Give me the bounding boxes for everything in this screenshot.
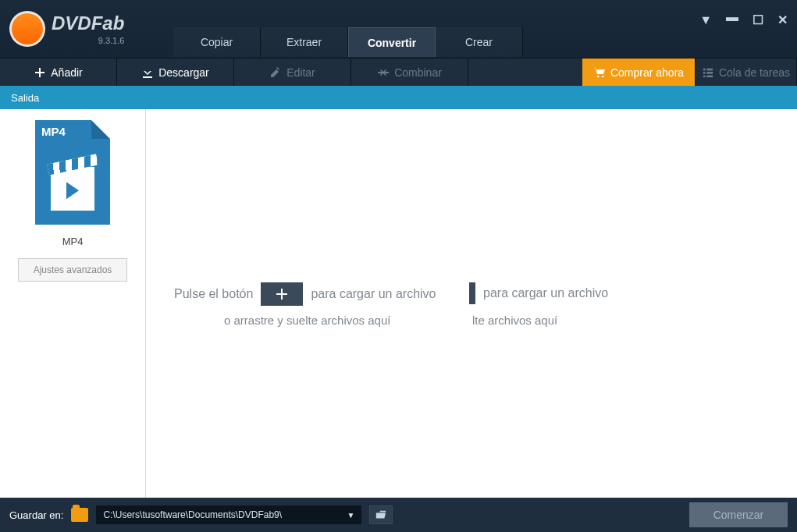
app-name: DVDFab: [52, 12, 124, 34]
maximize-icon[interactable]: ☐: [753, 12, 763, 27]
queue-label: Cola de tareas: [719, 66, 790, 79]
app-logo-icon: [9, 11, 45, 47]
output-label: Salida: [11, 92, 39, 104]
save-path-value: C:\Users\tusoftware\Documents\DVDFab9\: [103, 509, 282, 520]
output-bar: Salida: [0, 86, 797, 109]
inline-add-button[interactable]: [261, 282, 303, 306]
titlebar: DVDFab 9.3.1.6 Copiar Extraer Convertir …: [0, 0, 797, 58]
tab-extract[interactable]: Extraer: [261, 27, 348, 57]
drop-zone[interactable]: Pulse el botón para cargar un archivo o …: [146, 109, 797, 498]
drop-sub-secondary: lte archivos aquí: [472, 314, 557, 327]
cart-icon: [593, 66, 606, 79]
hint2-suffix: para cargar un archivo: [483, 286, 608, 300]
main-tabs: Copiar Extraer Convertir Crear: [173, 1, 523, 57]
queue-icon: [702, 66, 714, 79]
mini-bar-icon: [469, 282, 475, 304]
sidebar: MP4 MP4 Ajustes avanzados: [0, 109, 146, 498]
minimize-icon[interactable]: ▬: [726, 10, 738, 24]
footer: Guardar en: C:\Users\tusoftware\Document…: [0, 498, 797, 532]
drop-hint-secondary: para cargar un archivo: [469, 282, 608, 304]
format-card[interactable]: MP4: [35, 120, 110, 225]
download-button[interactable]: Descargar: [117, 59, 234, 86]
svg-rect-0: [703, 68, 706, 70]
combine-button: Combinar: [351, 59, 468, 86]
tab-create[interactable]: Crear: [436, 27, 523, 57]
drop-sub-primary: o arrastre y suelte archivos aquí: [224, 314, 390, 327]
format-name: MP4: [62, 236, 84, 247]
combine-label: Combinar: [394, 66, 442, 79]
plus-icon: [34, 66, 46, 79]
tab-convert[interactable]: Convertir: [348, 27, 436, 57]
svg-rect-4: [703, 75, 706, 77]
advanced-settings-button[interactable]: Ajustes avanzados: [18, 258, 127, 282]
logo-section: DVDFab 9.3.1.6: [9, 11, 164, 47]
download-icon: [141, 66, 154, 79]
start-button[interactable]: Comenzar: [689, 502, 788, 527]
drop-hint-primary: Pulse el botón para cargar un archivo: [174, 282, 436, 306]
svg-rect-1: [706, 68, 713, 70]
toolbar: Añadir Descargar Editar Combinar Comprar…: [0, 58, 797, 86]
add-label: Añadir: [51, 66, 82, 79]
edit-button: Editar: [234, 59, 351, 86]
dropdown-icon[interactable]: ▼: [699, 13, 712, 27]
clapper-icon: [51, 167, 94, 211]
tab-copy[interactable]: Copiar: [173, 27, 261, 57]
save-label: Guardar en:: [9, 509, 63, 521]
close-icon[interactable]: ✕: [777, 12, 788, 27]
download-label: Descargar: [158, 66, 209, 79]
buy-label: Comprar ahora: [610, 66, 684, 79]
hint-prefix: Pulse el botón: [174, 287, 253, 301]
svg-rect-5: [706, 75, 713, 77]
svg-rect-3: [706, 72, 713, 74]
open-folder-button[interactable]: [369, 505, 393, 524]
buy-button[interactable]: Comprar ahora: [582, 59, 696, 86]
svg-rect-2: [703, 72, 706, 74]
save-path-input[interactable]: C:\Users\tusoftware\Documents\DVDFab9\ ▼: [96, 505, 361, 524]
add-button[interactable]: Añadir: [0, 59, 117, 86]
hint-suffix: para cargar un archivo: [311, 287, 436, 301]
queue-button[interactable]: Cola de tareas: [696, 59, 797, 86]
app-version: 9.3.1.6: [52, 36, 124, 45]
content-area: MP4 MP4 Ajustes avanzados Pulse el botón…: [0, 109, 797, 498]
edit-label: Editar: [286, 66, 315, 79]
chevron-down-icon[interactable]: ▼: [347, 511, 354, 520]
edit-icon: [269, 66, 282, 79]
window-controls: ▼ ▬ ☐ ✕: [699, 12, 788, 27]
folder-icon: [71, 508, 88, 522]
combine-icon: [377, 66, 390, 79]
